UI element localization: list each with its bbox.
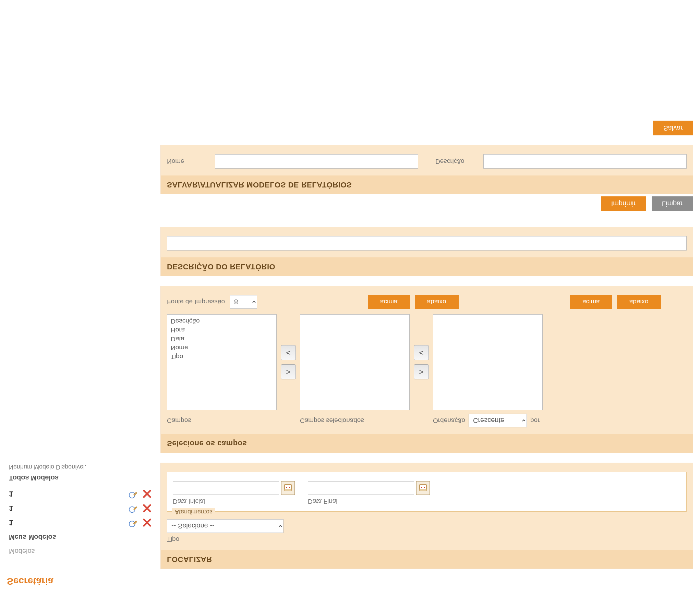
campos-listbox[interactable]: Descrição Hora Data Nome Tipo [167,314,277,410]
move-left-button[interactable]: < [414,345,429,360]
salvar-button[interactable]: Salvar [653,121,693,135]
list-item[interactable]: Descrição [170,317,274,326]
data-inicial-label: Data Inicial [173,498,295,505]
campos-header: Selecione os campos [161,434,693,453]
selecionados-label: Campos selecionados [300,414,410,427]
salvar-modelo-header: SALVAR/ATUALIZAR MODELOS DE RELATÓRIOS [161,175,693,194]
descricao-panel: DESCRIÇÃO DO RELATÓRIO [160,227,693,276]
delete-icon[interactable] [142,489,152,499]
list-item[interactable]: Nome [170,343,274,352]
svg-rect-16 [285,489,291,491]
campos-label: Campos [167,414,277,427]
model-label: 1 [9,504,13,513]
abaixo-button[interactable]: abaixo [415,295,459,309]
my-models-heading: Meus Modelos [7,533,154,541]
calendar-icon[interactable] [281,481,295,495]
nome-input[interactable] [215,154,418,169]
edit-icon[interactable] [128,503,138,513]
all-models-heading: Todos Modelos [7,474,154,482]
move-left-button[interactable]: < [281,345,296,360]
list-item[interactable]: Data [170,334,274,343]
ordenacao-label: Ordenação [433,417,465,424]
page-title: Secretária [7,576,693,587]
fieldset-legend: Atendimentos [172,508,215,515]
svg-rect-22 [424,487,425,488]
no-model-text: Nenhum Modelo Disponível. [7,463,154,471]
edit-icon[interactable] [128,489,138,499]
localizar-header: LOCALIZAR [161,550,693,569]
acima-button[interactable]: acima [570,295,612,309]
descricao2-input[interactable] [483,154,687,169]
model-row[interactable]: 1 [7,487,154,501]
move-right-button[interactable]: > [281,364,296,379]
limpar-button[interactable]: Limpar [652,196,693,211]
model-row[interactable]: 1 [7,501,154,515]
localizar-panel: LOCALIZAR Tipo -- Selecione -- Atendimen… [160,463,693,569]
delete-icon[interactable] [142,503,152,513]
descricao-input[interactable] [167,236,687,251]
por-label: por [530,417,540,424]
acima-button[interactable]: acima [368,295,410,309]
salvar-modelo-panel: SALVAR/ATUALIZAR MODELOS DE RELATÓRIOS N… [160,145,693,194]
model-label: 1 [9,489,13,498]
descricao2-label: Descrição [435,158,473,165]
move-right-button[interactable]: > [414,364,429,379]
svg-rect-17 [286,487,287,488]
tipo-select[interactable]: -- Selecione -- [167,519,283,533]
actions-bar: Imprimir Limpar [160,194,693,217]
nome-label: Nome [167,158,205,165]
model-row[interactable]: 1 [7,515,154,530]
ordenacao-select[interactable]: Crescente [469,414,527,427]
data-final-input[interactable] [308,481,414,495]
edit-icon[interactable] [128,517,138,528]
fonte-select[interactable]: 8 [230,295,257,309]
campos-panel: Selecione os campos Campos Descrição Hor… [160,286,693,453]
svg-rect-21 [421,487,422,488]
svg-rect-20 [420,489,426,491]
descricao-header: DESCRIÇÃO DO RELATÓRIO [161,257,693,276]
imprimir-button[interactable]: Imprimir [601,196,646,211]
data-inicial-input[interactable] [173,481,279,495]
delete-icon[interactable] [142,517,152,528]
sidebar: Modelos Meus Modelos 1 1 [7,121,154,569]
ordenacao-listbox[interactable] [433,314,543,410]
svg-rect-18 [289,487,290,488]
tipo-label: Tipo [167,536,687,543]
fonte-label: Fonte de Impressão [167,298,225,306]
calendar-icon[interactable] [416,481,430,495]
sidebar-heading: Modelos [7,547,154,555]
data-final-label: Data Final [308,498,430,505]
list-item[interactable]: Hora [170,326,274,334]
main: LOCALIZAR Tipo -- Selecione -- Atendimen… [160,121,693,569]
atendimentos-fieldset: Atendimentos Data Inicial [167,472,687,512]
list-item[interactable]: Tipo [170,352,274,361]
model-label: 1 [9,518,13,527]
selecionados-listbox[interactable] [300,314,410,410]
abaixo-button[interactable]: abaixo [617,295,661,309]
